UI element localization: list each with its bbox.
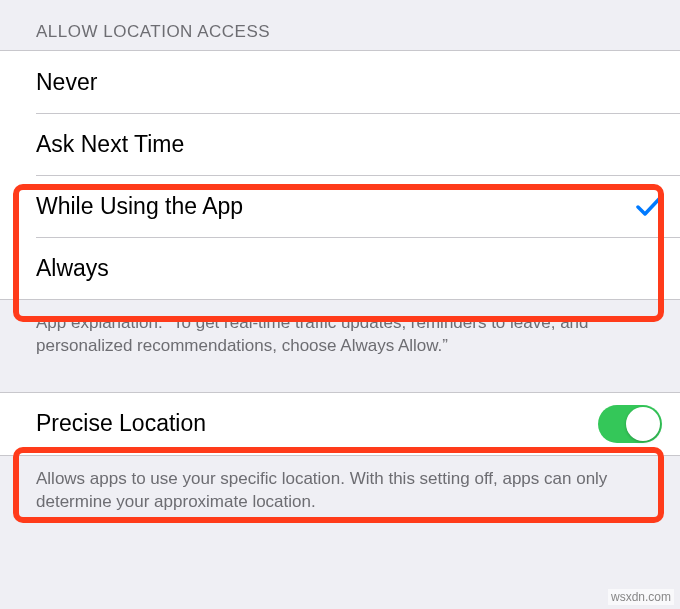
precise-location-row[interactable]: Precise Location [0,393,680,455]
option-never[interactable]: Never [0,51,680,113]
option-ask-next-time[interactable]: Ask Next Time [0,113,680,175]
option-label: Never [36,69,97,96]
watermark: wsxdn.com [608,589,674,605]
checkmark-icon [636,195,662,217]
option-label: While Using the App [36,193,243,220]
option-label: Always [36,255,109,282]
precise-location-label: Precise Location [36,410,206,437]
precise-location-toggle[interactable] [598,405,662,443]
precise-location-group: Precise Location [0,392,680,456]
precise-location-footer: Allows apps to use your specific locatio… [0,456,680,514]
app-explanation-text: App explanation: “To get real-time traff… [0,300,680,358]
option-while-using[interactable]: While Using the App [0,175,680,237]
option-label: Ask Next Time [36,131,184,158]
toggle-knob [626,407,660,441]
location-options-group: Never Ask Next Time While Using the App … [0,50,680,300]
option-always[interactable]: Always [0,237,680,299]
section-header-location: Allow Location Access [0,0,680,50]
